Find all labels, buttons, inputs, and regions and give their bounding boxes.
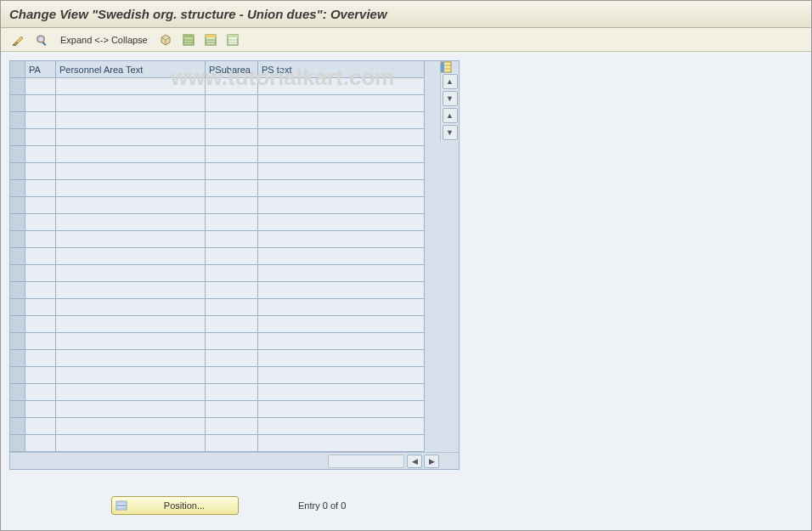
row-selector[interactable] bbox=[10, 299, 25, 316]
row-selector[interactable] bbox=[10, 367, 25, 384]
vertical-scrollbar[interactable]: ▲ ▼ ▲ ▼ bbox=[440, 73, 459, 141]
cell-pat[interactable] bbox=[56, 350, 206, 367]
table-row[interactable] bbox=[10, 248, 440, 265]
cell-pa[interactable] bbox=[25, 78, 56, 95]
column-header-pa[interactable]: PA bbox=[25, 61, 56, 78]
table-row[interactable] bbox=[10, 333, 440, 350]
cell-pst[interactable] bbox=[258, 180, 425, 197]
cell-ps[interactable] bbox=[206, 299, 258, 316]
cell-pat[interactable] bbox=[56, 129, 206, 146]
cell-pat[interactable] bbox=[56, 112, 206, 129]
row-selector[interactable] bbox=[10, 112, 25, 129]
scroll-down-icon[interactable]: ▼ bbox=[443, 91, 458, 106]
cell-ps[interactable] bbox=[206, 163, 258, 180]
cell-pat[interactable] bbox=[56, 316, 206, 333]
table-row[interactable] bbox=[10, 180, 440, 197]
cell-pat[interactable] bbox=[56, 367, 206, 384]
cell-pa[interactable] bbox=[25, 401, 56, 418]
row-selector[interactable] bbox=[10, 180, 25, 197]
table-row[interactable] bbox=[10, 282, 440, 299]
hscroll-track[interactable] bbox=[328, 455, 404, 468]
cell-pat[interactable] bbox=[56, 299, 206, 316]
cell-ps[interactable] bbox=[206, 78, 258, 95]
cell-pat[interactable] bbox=[56, 384, 206, 401]
cell-pa[interactable] bbox=[25, 214, 56, 231]
cell-pa[interactable] bbox=[25, 129, 56, 146]
cell-pat[interactable] bbox=[56, 282, 206, 299]
cell-ps[interactable] bbox=[206, 146, 258, 163]
cell-pa[interactable] bbox=[25, 231, 56, 248]
table-row[interactable] bbox=[10, 384, 440, 401]
scroll-left-icon[interactable]: ◀ bbox=[407, 455, 422, 468]
cell-pa[interactable] bbox=[25, 282, 56, 299]
row-selector[interactable] bbox=[10, 95, 25, 112]
table-row[interactable] bbox=[10, 435, 440, 452]
cell-pst[interactable] bbox=[258, 282, 425, 299]
row-selector[interactable] bbox=[10, 231, 25, 248]
cell-pa[interactable] bbox=[25, 299, 56, 316]
cell-ps[interactable] bbox=[206, 384, 258, 401]
cell-pat[interactable] bbox=[56, 180, 206, 197]
cell-pat[interactable] bbox=[56, 163, 206, 180]
row-selector[interactable] bbox=[10, 248, 25, 265]
scroll-down-bottom-icon[interactable]: ▼ bbox=[443, 125, 458, 140]
cell-pst[interactable] bbox=[258, 435, 425, 452]
cell-pst[interactable] bbox=[258, 248, 425, 265]
expand-collapse-button[interactable]: Expand <-> Collapse bbox=[55, 31, 153, 48]
row-selector[interactable] bbox=[10, 316, 25, 333]
row-selector[interactable] bbox=[10, 435, 25, 452]
cell-pa[interactable] bbox=[25, 333, 56, 350]
cell-pst[interactable] bbox=[258, 214, 425, 231]
cell-pst[interactable] bbox=[258, 418, 425, 435]
cell-ps[interactable] bbox=[206, 401, 258, 418]
row-selector[interactable] bbox=[10, 401, 25, 418]
row-selector[interactable] bbox=[10, 384, 25, 401]
column-header-psubarea[interactable]: PSubarea bbox=[206, 61, 258, 78]
cell-pa[interactable] bbox=[25, 95, 56, 112]
cell-pst[interactable] bbox=[258, 95, 425, 112]
row-selector[interactable] bbox=[10, 146, 25, 163]
cell-pa[interactable] bbox=[25, 384, 56, 401]
row-selector[interactable] bbox=[10, 197, 25, 214]
table-row[interactable] bbox=[10, 367, 440, 384]
table-row[interactable] bbox=[10, 95, 440, 112]
row-selector[interactable] bbox=[10, 163, 25, 180]
row-selector[interactable] bbox=[10, 282, 25, 299]
cell-ps[interactable] bbox=[206, 282, 258, 299]
cell-pst[interactable] bbox=[258, 265, 425, 282]
table-row[interactable] bbox=[10, 316, 440, 333]
cell-pst[interactable] bbox=[258, 367, 425, 384]
row-selector[interactable] bbox=[10, 333, 25, 350]
table-row[interactable] bbox=[10, 350, 440, 367]
table-row[interactable] bbox=[10, 197, 440, 214]
cell-pst[interactable] bbox=[258, 197, 425, 214]
row-selector[interactable] bbox=[10, 350, 25, 367]
cell-pa[interactable] bbox=[25, 112, 56, 129]
cell-ps[interactable] bbox=[206, 248, 258, 265]
cell-pa[interactable] bbox=[25, 146, 56, 163]
row-selector[interactable] bbox=[10, 214, 25, 231]
row-selector[interactable] bbox=[10, 129, 25, 146]
table-row[interactable] bbox=[10, 418, 440, 435]
cell-pa[interactable] bbox=[25, 265, 56, 282]
cell-pst[interactable] bbox=[258, 299, 425, 316]
select-block-icon[interactable] bbox=[200, 31, 221, 48]
horizontal-scrollbar[interactable]: ◀ ▶ bbox=[10, 452, 459, 469]
select-all-icon[interactable] bbox=[178, 31, 199, 48]
column-header-personnel-area-text[interactable]: Personnel Area Text bbox=[56, 61, 206, 78]
position-button[interactable]: Position... bbox=[111, 496, 239, 515]
table-row[interactable] bbox=[10, 265, 440, 282]
cell-pat[interactable] bbox=[56, 214, 206, 231]
cell-pa[interactable] bbox=[25, 316, 56, 333]
cell-pat[interactable] bbox=[56, 146, 206, 163]
cell-pst[interactable] bbox=[258, 333, 425, 350]
table-row[interactable] bbox=[10, 78, 440, 95]
cell-ps[interactable] bbox=[206, 333, 258, 350]
table-row[interactable] bbox=[10, 231, 440, 248]
cell-pst[interactable] bbox=[258, 146, 425, 163]
cell-ps[interactable] bbox=[206, 350, 258, 367]
cell-pat[interactable] bbox=[56, 333, 206, 350]
cell-pst[interactable] bbox=[258, 350, 425, 367]
row-selector[interactable] bbox=[10, 265, 25, 282]
row-selector[interactable] bbox=[10, 418, 25, 435]
